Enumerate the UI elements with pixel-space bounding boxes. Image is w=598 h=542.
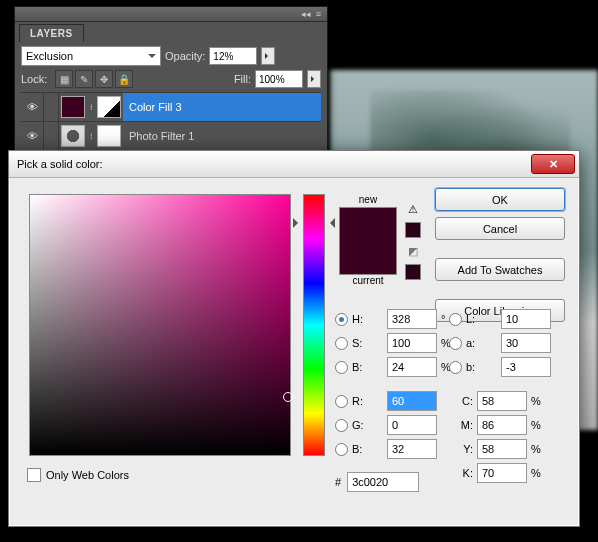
current-label: current — [339, 275, 397, 286]
tab-layers[interactable]: LAYERS — [19, 24, 84, 42]
fill-label: Fill: — [234, 73, 251, 85]
layer-thumb[interactable] — [61, 96, 85, 118]
current-color-swatch[interactable] — [340, 208, 396, 241]
input-hex[interactable]: 3c0020 — [347, 472, 419, 492]
layer-list: 👁 ⁞ Color Fill 3 👁 ⁞ Photo Filter 1 — [21, 92, 321, 151]
input-l[interactable]: 10 — [501, 309, 551, 329]
radio-a[interactable] — [449, 337, 462, 350]
radio-r[interactable] — [335, 395, 348, 408]
link-cell — [44, 122, 59, 150]
hash-label: # — [335, 476, 341, 488]
panel-menu-icon[interactable]: ≡ — [313, 9, 324, 20]
radio-lab-b[interactable] — [449, 361, 462, 374]
unit-pct: % — [531, 395, 547, 407]
mask-thumb[interactable] — [97, 125, 121, 147]
websafe-swatch[interactable] — [405, 264, 421, 280]
layer-name[interactable]: Color Fill 3 — [123, 93, 321, 121]
mask-link-icon: ⁞ — [87, 126, 95, 146]
lock-transparent-icon[interactable]: ▦ — [55, 70, 73, 88]
unit-pct: % — [531, 419, 547, 431]
input-blue[interactable]: 32 — [387, 439, 437, 459]
cancel-button[interactable]: Cancel — [435, 217, 565, 240]
layer-thumb[interactable] — [61, 125, 85, 147]
panel-top-bar: ◂◂ ≡ — [15, 7, 327, 22]
label-b: B: — [352, 361, 362, 373]
unit-pct: % — [531, 443, 547, 455]
only-web-label: Only Web Colors — [46, 469, 129, 481]
input-g[interactable]: 0 — [387, 415, 437, 435]
label-g: G: — [352, 419, 364, 431]
label-y: Y: — [463, 443, 473, 455]
lock-all-icon[interactable]: 🔒 — [115, 70, 133, 88]
dialog-titlebar[interactable]: Pick a solid color: ✕ — [9, 151, 579, 178]
input-y[interactable]: 58 — [477, 439, 527, 459]
visibility-icon[interactable]: 👁 — [21, 93, 44, 121]
new-color-swatch[interactable] — [339, 207, 397, 275]
add-swatches-button[interactable]: Add To Swatches — [435, 258, 565, 281]
layer-row[interactable]: 👁 ⁞ Color Fill 3 — [21, 93, 321, 122]
lock-label: Lock: — [21, 73, 47, 85]
dialog-title: Pick a solid color: — [17, 158, 531, 170]
label-r: R: — [352, 395, 363, 407]
radio-l[interactable] — [449, 313, 462, 326]
label-k: K: — [463, 467, 473, 479]
radio-h[interactable] — [335, 313, 348, 326]
input-h[interactable]: 328 — [387, 309, 437, 329]
input-m[interactable]: 86 — [477, 415, 527, 435]
websafe-warning-icon[interactable]: ◩ — [406, 244, 420, 258]
only-web-checkbox[interactable] — [27, 468, 41, 482]
gamut-swatch[interactable] — [405, 222, 421, 238]
link-cell — [44, 93, 59, 121]
collapse-icon[interactable]: ◂◂ — [300, 9, 311, 20]
label-s: S: — [352, 337, 362, 349]
mask-link-icon: ⁞ — [87, 97, 95, 117]
layer-name[interactable]: Photo Filter 1 — [123, 130, 321, 142]
hue-indicator-icon — [325, 218, 335, 228]
input-r[interactable]: 60 — [387, 391, 437, 411]
radio-bb[interactable] — [335, 443, 348, 456]
mask-thumb[interactable] — [97, 96, 121, 118]
input-lab-b[interactable]: -3 — [501, 357, 551, 377]
label-h: H: — [352, 313, 363, 325]
label-lab-b: b: — [466, 361, 475, 373]
lock-position-icon[interactable]: ✥ — [95, 70, 113, 88]
input-s[interactable]: 100 — [387, 333, 437, 353]
radio-b[interactable] — [335, 361, 348, 374]
input-brightness[interactable]: 24 — [387, 357, 437, 377]
label-bb: B: — [352, 443, 362, 455]
color-field[interactable] — [29, 194, 291, 456]
input-k[interactable]: 70 — [477, 463, 527, 483]
radio-g[interactable] — [335, 419, 348, 432]
input-a[interactable]: 30 — [501, 333, 551, 353]
label-l: L: — [466, 313, 475, 325]
label-c: C: — [462, 395, 473, 407]
lock-icons: ▦ ✎ ✥ 🔒 — [55, 70, 133, 88]
close-button[interactable]: ✕ — [531, 154, 575, 174]
visibility-icon[interactable]: 👁 — [21, 122, 44, 150]
ok-button[interactable]: OK — [435, 188, 565, 211]
opacity-flyout-icon[interactable] — [261, 47, 275, 65]
input-c[interactable]: 58 — [477, 391, 527, 411]
color-cursor-icon — [283, 392, 293, 402]
new-label: new — [339, 194, 397, 205]
hue-indicator-icon — [293, 218, 303, 228]
layers-panel: ◂◂ ≡ LAYERS Exclusion Opacity: 12% Lock:… — [14, 6, 328, 156]
layer-row[interactable]: 👁 ⁞ Photo Filter 1 — [21, 122, 321, 151]
fill-input[interactable]: 100% — [255, 70, 303, 88]
panel-tabs: LAYERS — [15, 22, 327, 42]
opacity-label: Opacity: — [165, 50, 205, 62]
radio-s[interactable] — [335, 337, 348, 350]
color-picker-dialog: Pick a solid color: ✕ new current ⚠ ◩ OK… — [8, 150, 580, 527]
unit-pct: % — [531, 467, 547, 479]
color-preview: new current — [339, 194, 397, 288]
label-a: a: — [466, 337, 475, 349]
gamut-warning-icon[interactable]: ⚠ — [406, 202, 420, 216]
fill-flyout-icon[interactable] — [307, 70, 321, 88]
hue-slider[interactable] — [303, 194, 325, 456]
lock-pixels-icon[interactable]: ✎ — [75, 70, 93, 88]
label-m: M: — [461, 419, 473, 431]
opacity-input[interactable]: 12% — [209, 47, 257, 65]
blend-mode-select[interactable]: Exclusion — [21, 46, 161, 66]
